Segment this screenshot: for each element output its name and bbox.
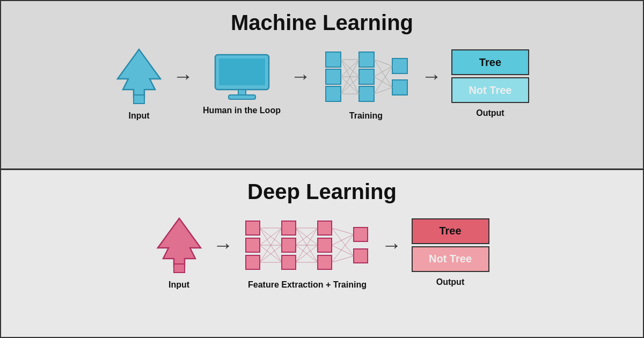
svg-rect-1: [134, 95, 144, 104]
svg-line-26: [374, 77, 392, 87]
svg-rect-13: [392, 80, 407, 95]
dl-input-item: Input: [155, 216, 203, 290]
dl-title: Deep Learning: [247, 180, 397, 204]
dl-tree-icon: [155, 216, 203, 275]
svg-rect-30: [174, 264, 185, 273]
svg-rect-37: [318, 221, 332, 235]
dl-arrow-2: →: [382, 235, 402, 255]
dl-output-boxes: Tree Not Tree: [412, 218, 489, 272]
svg-rect-12: [392, 58, 407, 74]
ml-monitor-icon: [213, 52, 272, 100]
svg-rect-10: [359, 69, 374, 84]
ml-section: Machine Learning Input → H: [1, 1, 643, 170]
svg-rect-3: [219, 58, 265, 85]
svg-line-23: [374, 60, 392, 66]
svg-rect-7: [326, 69, 341, 84]
svg-rect-11: [359, 86, 374, 101]
svg-rect-9: [359, 52, 374, 67]
ml-input-item: Input: [115, 47, 163, 121]
svg-line-60: [332, 228, 354, 234]
dl-section: Deep Learning Input →: [1, 170, 643, 337]
svg-rect-33: [246, 255, 260, 269]
svg-rect-6: [326, 52, 341, 67]
svg-line-65: [332, 256, 354, 262]
svg-rect-39: [318, 255, 332, 269]
dl-arrow-1: →: [213, 235, 233, 255]
svg-line-25: [374, 66, 392, 77]
ml-arrow-1: →: [173, 66, 193, 86]
ml-output-nottree: Not Tree: [451, 77, 529, 103]
svg-rect-34: [282, 221, 296, 235]
svg-line-63: [332, 245, 354, 256]
svg-marker-0: [118, 49, 160, 98]
svg-marker-29: [158, 218, 201, 267]
svg-rect-35: [282, 238, 296, 252]
ml-arrow-3: →: [421, 66, 442, 86]
ml-training-label: Training: [349, 111, 383, 121]
dl-output-label: Output: [436, 277, 464, 287]
dl-training-label: Feature Extraction + Training: [248, 280, 367, 290]
ml-output-tree: Tree: [451, 49, 529, 75]
svg-rect-31: [246, 221, 260, 235]
ml-title: Machine Learning: [231, 11, 413, 35]
dl-output-nottree: Not Tree: [412, 246, 489, 272]
ml-output-label: Output: [476, 108, 504, 118]
svg-rect-38: [318, 238, 332, 252]
svg-rect-8: [326, 86, 341, 101]
ml-tree-icon: [115, 47, 163, 106]
dl-flow-row: Input →: [155, 216, 489, 290]
dl-output-item: Tree Not Tree Output: [412, 218, 489, 287]
dl-nn-icon: [243, 216, 372, 275]
svg-rect-41: [354, 249, 368, 263]
svg-line-62: [332, 234, 354, 245]
dl-training-item: Feature Extraction + Training: [243, 216, 372, 290]
svg-rect-40: [354, 227, 368, 241]
svg-line-24: [374, 60, 392, 87]
svg-line-64: [332, 234, 354, 262]
ml-output-boxes: Tree Not Tree: [451, 49, 529, 103]
dl-output-tree: Tree: [412, 218, 489, 244]
ml-output-item: Tree Not Tree Output: [451, 49, 529, 118]
ml-nn-icon: [320, 47, 412, 106]
svg-rect-5: [229, 95, 255, 99]
dl-input-label: Input: [169, 280, 189, 290]
ml-arrow-2: →: [290, 66, 311, 86]
svg-rect-32: [246, 238, 260, 252]
ml-input-label: Input: [129, 111, 150, 121]
ml-training-item: Training: [320, 47, 412, 121]
svg-line-28: [374, 87, 392, 94]
ml-monitor-item: Human in the Loop: [203, 52, 281, 115]
svg-line-61: [332, 228, 354, 256]
ml-monitor-label: Human in the Loop: [203, 106, 281, 115]
svg-line-27: [374, 66, 392, 94]
ml-flow-row: Input → Human in the Loop →: [115, 47, 529, 121]
svg-rect-36: [282, 255, 296, 269]
